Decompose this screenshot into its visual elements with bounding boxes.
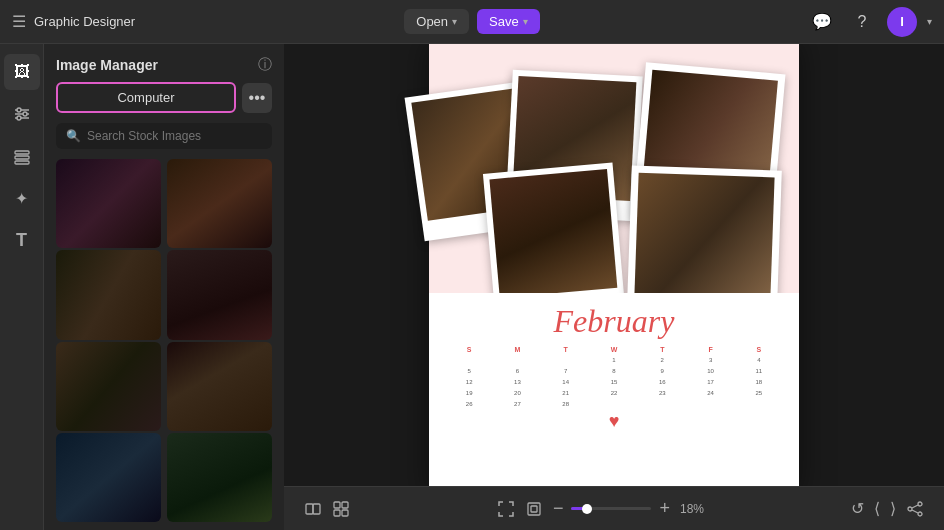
search-icon: 🔍 — [66, 129, 81, 143]
calendar-row-4: 19 20 21 22 23 24 25 — [445, 388, 783, 398]
share-icon[interactable] — [906, 500, 924, 518]
resize-icon[interactable] — [525, 500, 543, 518]
cal-cell: 14 — [542, 377, 590, 387]
cal-cell: 8 — [590, 366, 638, 376]
day-name-t1: T — [542, 346, 590, 353]
day-name-s2: S — [735, 346, 783, 353]
cal-cell — [638, 399, 686, 409]
cal-cell: 20 — [493, 388, 541, 398]
image-grid — [44, 159, 284, 530]
icon-sidebar: 🖼 ✦ T — [0, 44, 44, 530]
main-area: 🖼 ✦ T Image Manager ⓘ — [0, 44, 944, 530]
svg-rect-13 — [334, 510, 340, 516]
calendar-row-3: 12 13 14 15 16 17 18 — [445, 377, 783, 387]
grid-bottom-icon[interactable] — [332, 500, 350, 518]
day-name-s1: S — [445, 346, 493, 353]
cal-cell — [735, 399, 783, 409]
canvas-wrapper[interactable]: February S M T W T F S — [284, 44, 944, 486]
list-item[interactable] — [56, 433, 161, 522]
avatar[interactable]: I — [887, 7, 917, 37]
cal-cell: 3 — [686, 355, 734, 365]
sidebar-item-layers[interactable] — [4, 138, 40, 174]
search-bar[interactable]: 🔍 — [56, 123, 272, 149]
heart-icon: ♥ — [445, 411, 783, 432]
cal-cell — [542, 355, 590, 365]
info-icon[interactable]: ⓘ — [258, 56, 272, 74]
document-canvas[interactable]: February S M T W T F S — [429, 44, 799, 486]
day-name-w: W — [590, 346, 638, 353]
zoom-thumb — [582, 504, 592, 514]
help-icon[interactable]: ? — [847, 7, 877, 37]
bottom-right: ↺ ⟨ ⟩ — [851, 499, 924, 518]
cal-cell: 13 — [493, 377, 541, 387]
zoom-percent: 18% — [680, 502, 704, 516]
sidebar-item-text[interactable]: T — [4, 222, 40, 258]
cal-cell: 2 — [638, 355, 686, 365]
expand-icon[interactable] — [497, 500, 515, 518]
layers-bottom-icon[interactable] — [304, 500, 322, 518]
calendar-row-2: 5 6 7 8 9 10 11 — [445, 366, 783, 376]
svg-point-5 — [17, 116, 21, 120]
cal-cell: 19 — [445, 388, 493, 398]
month-title: February — [445, 303, 783, 340]
chat-icon[interactable]: 💬 — [807, 7, 837, 37]
save-label: Save — [489, 14, 519, 29]
refresh-icon[interactable]: ↺ — [851, 499, 864, 518]
svg-line-20 — [912, 505, 918, 508]
svg-rect-12 — [342, 502, 348, 508]
search-input[interactable] — [87, 129, 262, 143]
list-item[interactable] — [167, 250, 272, 339]
topbar-center: Open ▾ Save ▾ — [404, 9, 539, 34]
canvas-area: February S M T W T F S — [284, 44, 944, 530]
cal-cell — [590, 399, 638, 409]
cal-cell: 10 — [686, 366, 734, 376]
svg-point-19 — [918, 512, 922, 516]
list-item[interactable] — [167, 433, 272, 522]
computer-button[interactable]: Computer — [56, 82, 236, 113]
topbar-right: 💬 ? I ▾ — [552, 7, 932, 37]
calendar-row-1: 1 2 3 4 — [445, 355, 783, 365]
sliders-icon — [13, 105, 31, 123]
panel-title: Image Manager — [56, 57, 158, 73]
cal-cell: 17 — [686, 377, 734, 387]
cal-cell: 4 — [735, 355, 783, 365]
sidebar-item-sliders[interactable] — [4, 96, 40, 132]
save-chevron-icon: ▾ — [523, 16, 528, 27]
cal-cell: 22 — [590, 388, 638, 398]
svg-rect-6 — [15, 151, 29, 154]
cal-cell — [493, 355, 541, 365]
cal-cell: 18 — [735, 377, 783, 387]
redo-icon[interactable]: ⟩ — [890, 499, 896, 518]
cal-cell: 6 — [493, 366, 541, 376]
list-item[interactable] — [167, 342, 272, 431]
more-button[interactable]: ••• — [242, 83, 272, 113]
topbar-chevron-icon[interactable]: ▾ — [927, 16, 932, 27]
zoom-in-icon[interactable]: + — [659, 498, 670, 519]
open-button[interactable]: Open ▾ — [404, 9, 469, 34]
save-button[interactable]: Save ▾ — [477, 9, 540, 34]
cal-cell: 27 — [493, 399, 541, 409]
undo-icon[interactable]: ⟨ — [874, 499, 880, 518]
cal-cell: 11 — [735, 366, 783, 376]
svg-rect-7 — [15, 156, 29, 159]
svg-rect-8 — [15, 161, 29, 164]
panel-actions: Computer ••• — [44, 82, 284, 123]
sidebar-item-image[interactable]: 🖼 — [4, 54, 40, 90]
zoom-out-icon[interactable]: − — [553, 498, 564, 519]
list-item[interactable] — [167, 159, 272, 248]
svg-rect-10 — [313, 504, 320, 514]
list-item[interactable] — [56, 342, 161, 431]
list-item[interactable] — [56, 159, 161, 248]
open-label: Open — [416, 14, 448, 29]
open-chevron-icon: ▾ — [452, 16, 457, 27]
svg-point-4 — [23, 112, 27, 116]
sidebar-item-elements[interactable]: ✦ — [4, 180, 40, 216]
list-item[interactable] — [56, 250, 161, 339]
bottom-left — [304, 500, 350, 518]
zoom-track[interactable] — [571, 507, 651, 510]
svg-rect-14 — [342, 510, 348, 516]
svg-line-21 — [912, 510, 918, 513]
menu-icon[interactable]: ☰ — [12, 12, 26, 31]
svg-point-18 — [908, 507, 912, 511]
cal-cell: 1 — [590, 355, 638, 365]
